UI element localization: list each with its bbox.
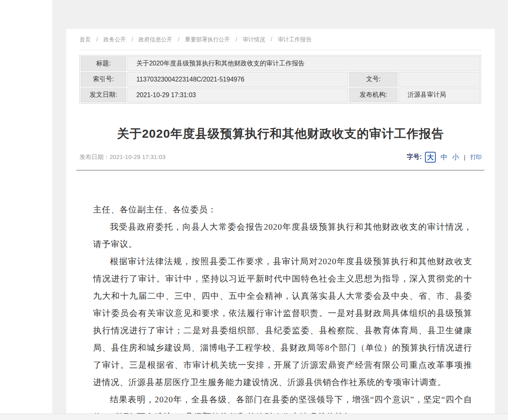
article-body: 主任、各位副主任、各位委员： 我受县政府委托，向县人大常委会报告2020年度县级…: [93, 201, 472, 414]
meta-value-issue-date: 2021-10-29 17:31:03: [127, 88, 348, 102]
breadcrumb-separator: /: [236, 36, 237, 43]
meta-label-issuing-org: 发布机构:: [349, 88, 398, 102]
font-size-large-button[interactable]: 大: [425, 152, 436, 163]
paragraph: 结果表明，2020年，全县各级、各部门在县委的坚强领导下，增强“四个意识”，坚定…: [93, 391, 472, 414]
publish-info-row: 发布日期：2021-10-29 17:31:03 字号: 大 中 小 | 打印: [79, 152, 482, 163]
meta-value-doc-number: [398, 72, 480, 87]
font-size-small-button[interactable]: 小: [452, 153, 459, 162]
meta-row-title: 标题: 关于2020年度县级预算执行和其他财政收支的审计工作报告: [81, 56, 480, 71]
document-meta-table: 标题: 关于2020年度县级预算执行和其他财政收支的审计工作报告 索引号: 11…: [79, 55, 481, 104]
meta-row-index: 索引号: 11370323004223148C/2021-5194976 文号:: [81, 72, 480, 87]
divider-line: [76, 170, 484, 171]
publish-date-value: 2021-10-29 17:31:03: [110, 153, 165, 160]
page-title: 关于2020年度县级预算执行和其他财政收支的审计工作报告: [79, 126, 482, 141]
breadcrumb-item-gov-info[interactable]: 政府信息公开: [138, 36, 172, 43]
font-size-label: 字号:: [407, 153, 422, 161]
footer-band: [0, 414, 508, 420]
breadcrumb-separator: /: [271, 36, 272, 43]
left-margin-strip: [0, 0, 52, 414]
breadcrumb-item-home[interactable]: 首页: [79, 36, 91, 43]
paragraph-salutation: 主任、各位副主任、各位委员：: [93, 201, 472, 218]
font-size-medium-button[interactable]: 中: [441, 153, 447, 162]
breadcrumb-separator: /: [178, 36, 179, 43]
breadcrumb: 首页 / 政务公开 / 政府信息公开 / 重要部署执行公开 / 审计情况 / 审…: [79, 35, 482, 50]
meta-label-issue-date: 发文日期:: [81, 88, 126, 102]
print-button[interactable]: 打印: [470, 154, 482, 161]
breadcrumb-item-gov-affairs[interactable]: 政务公开: [104, 36, 126, 43]
publish-date: 发布日期：2021-10-29 17:31:03: [79, 153, 165, 161]
meta-label-doc-number: 文号:: [349, 72, 398, 87]
content-card-inner: 首页 / 政务公开 / 政府信息公开 / 重要部署执行公开 / 审计情况 / 审…: [66, 29, 495, 414]
breadcrumb-item-key-deployment[interactable]: 重要部署执行公开: [185, 36, 230, 43]
meta-label-index-number: 索引号:: [81, 72, 126, 87]
paragraph: 我受县政府委托，向县人大常委会报告2020年度县级预算执行和其他财政收支的审计情…: [93, 218, 472, 253]
vertical-bar-separator: |: [464, 154, 465, 161]
meta-value-index-number: 11370323004223148C/2021-5194976: [127, 72, 348, 87]
meta-row-date: 发文日期: 2021-10-29 17:31:03 发布机构: 沂源县审计局: [81, 88, 480, 102]
breadcrumb-separator: /: [96, 36, 98, 43]
content-card: 首页 / 政务公开 / 政府信息公开 / 重要部署执行公开 / 审计情况 / 审…: [66, 29, 495, 414]
breadcrumb-item-audit-status[interactable]: 审计情况: [243, 36, 265, 43]
meta-value-issuing-org: 沂源县审计局: [398, 88, 480, 102]
font-size-controls: 字号: 大 中 小 | 打印: [407, 152, 482, 163]
meta-value-title: 关于2020年度县级预算执行和其他财政收支的审计工作报告: [127, 56, 480, 71]
breadcrumb-separator: /: [132, 36, 133, 43]
meta-label-title: 标题:: [81, 56, 126, 71]
paragraph: 根据审计法律法规，按照县委工作要求，县审计局对2020年度县级预算执行和其他财政…: [93, 253, 472, 391]
publish-date-label: 发布日期：: [79, 153, 110, 160]
breadcrumb-item-audit-report[interactable]: 审计工作报告: [278, 36, 311, 43]
